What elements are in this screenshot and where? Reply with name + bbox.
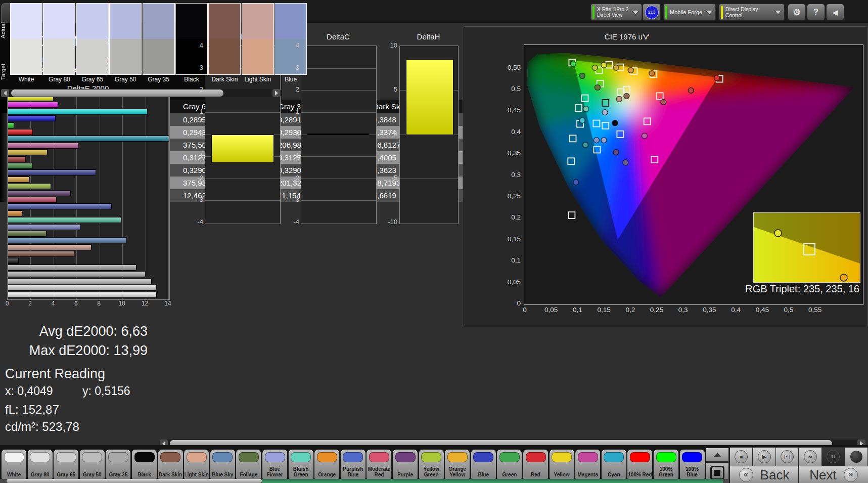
chevron-left-icon: ◀ — [833, 9, 838, 16]
strip-scrollbar[interactable] — [1, 89, 281, 97]
patch-button-gray-80[interactable]: Gray 80 — [27, 449, 53, 479]
cie-measured-point — [624, 93, 629, 99]
patch-button-blue-sky[interactable]: Blue Sky — [210, 449, 236, 479]
swatch-gray-80[interactable] — [43, 3, 75, 75]
gear-icon: ⚙ — [793, 7, 800, 18]
x-tick-label: 0 — [2, 300, 12, 307]
cie-x-tick-label: 0,15 — [593, 306, 615, 314]
meter-label: X-Rite i1Pro 2Direct View — [597, 7, 628, 18]
meter-count-button[interactable]: 213 — [643, 4, 661, 21]
patch-button-cyan[interactable]: Cyan — [601, 449, 627, 479]
y-tick-label: 1 — [190, 108, 203, 115]
scroll-left-icon[interactable] — [0, 479, 7, 483]
patch-scrollbar-thumb[interactable] — [7, 479, 262, 483]
patch-label: Black — [132, 472, 157, 478]
patch-button-moderate-red[interactable]: Moderate Red — [366, 449, 392, 479]
cie-y-tick-label: 0,35 — [497, 149, 521, 157]
gridline — [205, 112, 280, 113]
sphere-button[interactable] — [845, 447, 868, 466]
swatch-target — [275, 39, 282, 74]
patch-label: Gray 35 — [106, 472, 130, 478]
patch-button-foliage[interactable]: Foliage — [236, 449, 261, 479]
patch-color-chip — [369, 452, 389, 462]
cie-x-tick-label: 0,25 — [646, 306, 668, 314]
swatch-light-skin[interactable] — [242, 3, 274, 75]
cie-y-tick-label: 0,1 — [497, 256, 521, 264]
cie-y-tick-label: 0,55 — [497, 64, 521, 71]
swatch-gray-50[interactable] — [109, 3, 142, 75]
patch-strip-scrollbar[interactable] — [0, 479, 729, 483]
swatch-actual — [43, 4, 75, 39]
patch-button-orange-yellow[interactable]: Orange Yellow — [444, 449, 470, 479]
meter-selector[interactable]: X-Rite i1Pro 2Direct View — [590, 4, 642, 21]
bar-yellow-green — [8, 183, 51, 189]
patch-label: Bluish Green — [289, 467, 313, 477]
patch-button-green[interactable]: Green — [496, 449, 522, 479]
patch-label: Gray 65 — [54, 472, 78, 478]
series-button[interactable]: [··] — [775, 447, 799, 466]
scroll-left-icon[interactable] — [1, 89, 9, 97]
patch-button-gray-35[interactable]: Gray 35 — [105, 449, 131, 479]
patch-button-light-skin[interactable]: Light Skin — [184, 449, 209, 479]
patch-button-gray-65[interactable]: Gray 65 — [53, 449, 79, 479]
y-tick-label: 2 — [190, 85, 203, 93]
settings-button[interactable]: ⚙ — [788, 4, 806, 21]
patch-button-100-green[interactable]: 100% Green — [653, 449, 679, 479]
patch-button-blue-flower[interactable]: Blue Flower — [262, 449, 288, 479]
scroll-right-icon[interactable] — [272, 89, 281, 97]
play-button[interactable]: ▶ — [753, 447, 776, 466]
y-tick-label: 5 — [383, 85, 397, 93]
x-tick-label: 6 — [71, 300, 81, 307]
collapse-button[interactable]: ◀ — [826, 4, 844, 21]
patch-button-blue[interactable]: Blue — [471, 449, 496, 479]
patch-button-white[interactable]: White — [1, 449, 27, 479]
workflow-status-indicator — [721, 6, 723, 19]
swatch-gray-65[interactable] — [76, 3, 109, 75]
patch-label: 100% Green — [654, 467, 678, 477]
swatch-white[interactable] — [10, 3, 42, 75]
next-label: Next — [809, 467, 836, 483]
back-button[interactable]: « Back — [729, 466, 799, 483]
patch-button-gray-50[interactable]: Gray 50 — [79, 449, 105, 479]
next-button[interactable]: Next » — [799, 466, 868, 483]
cie-x-tick-label: 0 — [514, 306, 536, 314]
value-bar — [406, 59, 453, 135]
patch-button-purplish-blue[interactable]: Purplish Blue — [340, 449, 366, 479]
stop-button[interactable]: ■ — [729, 447, 753, 466]
swatch-dark-skin[interactable] — [208, 3, 241, 75]
chevron-down-icon — [775, 11, 781, 14]
cie-x-tick-label: 0,1 — [566, 306, 588, 314]
patch-button-black[interactable]: Black — [131, 449, 157, 479]
workflow-selector[interactable]: Direct Display Control — [719, 4, 785, 21]
scroll-right-icon[interactable] — [723, 479, 729, 483]
cie-chart-title: CIE 1976 u'v' — [526, 32, 728, 41]
patch-label: Green — [497, 472, 522, 478]
patch-button-yellow-green[interactable]: Yellow Green — [419, 449, 444, 479]
swatch-blue[interactable] — [275, 3, 282, 75]
bar-bluish-green — [8, 217, 121, 223]
patch-button-red[interactable]: Red — [523, 449, 549, 479]
avg-de2000: Avg dE2000: 6,63 — [0, 324, 148, 339]
cie-x-tick-label: 0,05 — [540, 306, 562, 314]
cie-measured-point — [593, 138, 599, 143]
patch-button-orange[interactable]: Orange — [314, 449, 340, 479]
patch-scroll-up-button[interactable] — [706, 448, 729, 462]
swatch-gray-35[interactable] — [143, 3, 175, 75]
patch-button-purple[interactable]: Purple — [392, 449, 418, 479]
patch-button-dark-skin[interactable]: Dark Skin — [158, 449, 184, 479]
help-button[interactable]: ? — [807, 4, 825, 21]
patch-color-chip — [82, 452, 102, 462]
patch-button-magenta[interactable]: Magenta — [575, 449, 601, 479]
patch-button-bluish-green[interactable]: Bluish Green — [288, 449, 314, 479]
refresh-button[interactable]: ↻ — [821, 447, 845, 466]
swatch-target — [43, 39, 75, 74]
cie-measured-point — [649, 70, 655, 76]
source-selector[interactable]: Mobile Forge — [663, 4, 716, 21]
patch-scrollbar-trough — [262, 479, 723, 483]
bar-dark-skin — [8, 251, 74, 257]
cie-measured-point — [579, 73, 585, 79]
loop-button[interactable]: ∞ — [799, 447, 822, 466]
patch-button-100-red[interactable]: 100% Red — [627, 449, 653, 479]
patch-button-100-blue[interactable]: 100% Blue — [679, 449, 705, 479]
patch-button-yellow[interactable]: Yellow — [549, 449, 575, 479]
